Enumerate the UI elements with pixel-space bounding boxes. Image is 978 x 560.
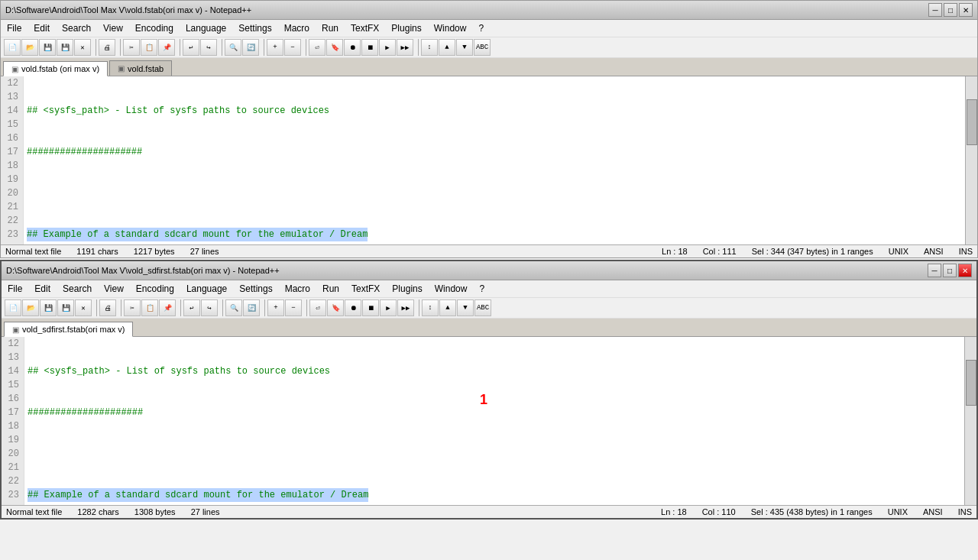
tb-copy-2[interactable]: 📋 (141, 299, 158, 316)
tb-playmulti-2[interactable]: ▶▶ (397, 299, 414, 316)
tb-syncscroll-2[interactable]: ↕ (422, 299, 439, 316)
menu-view-2[interactable]: View (98, 282, 130, 296)
tb-open-1[interactable]: 📂 (21, 39, 38, 56)
tb-wrap-2[interactable]: ⏎ (309, 299, 326, 316)
tb-undo-1[interactable]: ↩ (183, 39, 199, 56)
tb-up-2[interactable]: ▲ (439, 299, 456, 316)
menu-file-2[interactable]: File (2, 282, 28, 296)
menu-file-1[interactable]: File (1, 21, 28, 35)
tb-new-1[interactable]: 📄 (4, 39, 21, 56)
tb-paste-2[interactable]: 📌 (159, 299, 176, 316)
tb-down-1[interactable]: ▼ (456, 39, 473, 56)
tb-sep2-1 (118, 39, 121, 56)
menu-plugins-1[interactable]: Plugins (385, 21, 427, 35)
tb-redo-2[interactable]: ↪ (201, 299, 218, 316)
status-ln-2: Ln : 18 (661, 507, 687, 516)
menu-run-1[interactable]: Run (316, 21, 345, 35)
tb-zoomout-1[interactable]: − (284, 39, 301, 56)
tb-playmulti-1[interactable]: ▶▶ (397, 39, 413, 56)
tab-vold-fstab-1[interactable]: ▣ vold.fstab (ori max v) (3, 61, 108, 76)
tb-up-1[interactable]: ▲ (439, 39, 455, 56)
ln-20-2: 20 (6, 447, 19, 461)
scrollbar-v-1[interactable] (965, 76, 977, 244)
menu-edit-1[interactable]: Edit (28, 21, 56, 35)
menu-edit-2[interactable]: Edit (28, 282, 57, 296)
code-content-1[interactable]: ## <sysfs_path> - List of sysfs paths to… (24, 76, 977, 244)
close-btn-1[interactable]: ✕ (959, 3, 973, 17)
close-btn-2[interactable]: ✕ (958, 264, 972, 277)
maximize-btn-2[interactable]: □ (943, 264, 957, 277)
menu-help-2[interactable]: ? (473, 282, 491, 296)
menu-run-2[interactable]: Run (316, 282, 345, 296)
tb-bookmark-1[interactable]: 🔖 (326, 39, 343, 56)
tb-bookmark-2[interactable]: 🔖 (327, 299, 344, 316)
tb-open-2[interactable]: 📂 (22, 299, 39, 316)
menu-language-1[interactable]: Language (180, 21, 232, 35)
menu-macro-1[interactable]: Macro (278, 21, 316, 35)
menu-settings-1[interactable]: Settings (232, 21, 277, 35)
menu-help-1[interactable]: ? (472, 21, 490, 35)
tb-replace-1[interactable]: 🔄 (242, 39, 259, 56)
tb-zoomin-1[interactable]: + (267, 39, 283, 56)
tb-syncscroll-1[interactable]: ↕ (421, 39, 438, 56)
tb-save-1[interactable]: 💾 (39, 39, 56, 56)
menu-encoding-1[interactable]: Encoding (129, 21, 180, 35)
tb-undo-2[interactable]: ↩ (183, 299, 200, 316)
minimize-btn-1[interactable]: ─ (928, 3, 942, 17)
tb-copy-1[interactable]: 📋 (141, 39, 157, 56)
tab-vold-fstab-plain[interactable]: ▣ vold.fstab (109, 60, 172, 76)
menu-textfx-2[interactable]: TextFX (345, 282, 386, 296)
menu-macro-2[interactable]: Macro (279, 282, 316, 296)
tb-print-2[interactable]: 🖨 (99, 299, 116, 316)
tab-vold-sdfirst[interactable]: ▣ vold_sdfirst.fstab(ori max v) (4, 322, 133, 337)
tb-save-2[interactable]: 💾 (40, 299, 57, 316)
tb-zoomin-2[interactable]: + (267, 299, 284, 316)
tb-print-1[interactable]: 🖨 (99, 39, 115, 56)
menu-settings-2[interactable]: Settings (233, 282, 278, 296)
tb-abc-1[interactable]: ABC (474, 39, 491, 56)
tb-stop-1[interactable]: ⏹ (361, 39, 378, 56)
status-enc-1: ANSI (924, 247, 944, 256)
tb-stop-2[interactable]: ⏹ (362, 299, 379, 316)
toolbar-1: 📄 📂 💾 💾 ✕ 🖨 ✂ 📋 📌 ↩ ↪ 🔍 🔄 + − ⏎ 🔖 ⏺ ⏹ ▶ … (1, 37, 977, 58)
menu-search-1[interactable]: Search (56, 21, 97, 35)
tb-down-2[interactable]: ▼ (457, 299, 474, 316)
tb-paste-1[interactable]: 📌 (158, 39, 175, 56)
scrollbar-thumb-1[interactable] (967, 99, 977, 145)
menu-plugins-2[interactable]: Plugins (386, 282, 428, 296)
scrollbar-v-2[interactable] (964, 337, 976, 505)
maximize-btn-1[interactable]: □ (944, 3, 957, 17)
ln-17-2: 17 (6, 406, 19, 419)
tb-abc-2[interactable]: ABC (474, 299, 491, 316)
tb-zoomout-2[interactable]: − (285, 299, 302, 316)
tb-replace-2[interactable]: 🔄 (243, 299, 260, 316)
tb-find-1[interactable]: 🔍 (225, 39, 241, 56)
menu-window-2[interactable]: Window (429, 282, 474, 296)
tb-play-1[interactable]: ▶ (379, 39, 396, 56)
tb-close-1[interactable]: ✕ (74, 39, 91, 56)
tb-wrap-1[interactable]: ⏎ (309, 39, 325, 56)
menu-textfx-1[interactable]: TextFX (345, 21, 385, 35)
tb-cut-1[interactable]: ✂ (123, 39, 140, 56)
menu-encoding-2[interactable]: Encoding (130, 282, 180, 296)
minimize-btn-2[interactable]: ─ (928, 264, 941, 277)
tab-label-plain: vold.fstab (128, 64, 164, 73)
tb-record-1[interactable]: ⏺ (344, 39, 361, 56)
tb-cut-2[interactable]: ✂ (124, 299, 141, 316)
tb-play-2[interactable]: ▶ (380, 299, 397, 316)
tb-close-2[interactable]: ✕ (75, 299, 92, 316)
menu-view-1[interactable]: View (97, 21, 129, 35)
tb-new-2[interactable]: 📄 (5, 299, 21, 316)
scrollbar-thumb-2[interactable] (966, 360, 976, 406)
menu-language-2[interactable]: Language (180, 282, 233, 296)
tab-icon-1: ▣ (11, 65, 18, 73)
tb-redo-1[interactable]: ↪ (200, 39, 217, 56)
code-content-2[interactable]: ## <sysfs_path> - List of sysfs paths to… (24, 337, 976, 505)
tb-find-2[interactable]: 🔍 (225, 299, 242, 316)
tb-record-2[interactable]: ⏺ (345, 299, 361, 316)
menu-window-1[interactable]: Window (428, 21, 473, 35)
tab-bar-1: ▣ vold.fstab (ori max v) ▣ vold.fstab (1, 58, 977, 76)
tb-saveall-2[interactable]: 💾 (57, 299, 74, 316)
tb-saveall-1[interactable]: 💾 (57, 39, 73, 56)
menu-search-2[interactable]: Search (57, 282, 98, 296)
